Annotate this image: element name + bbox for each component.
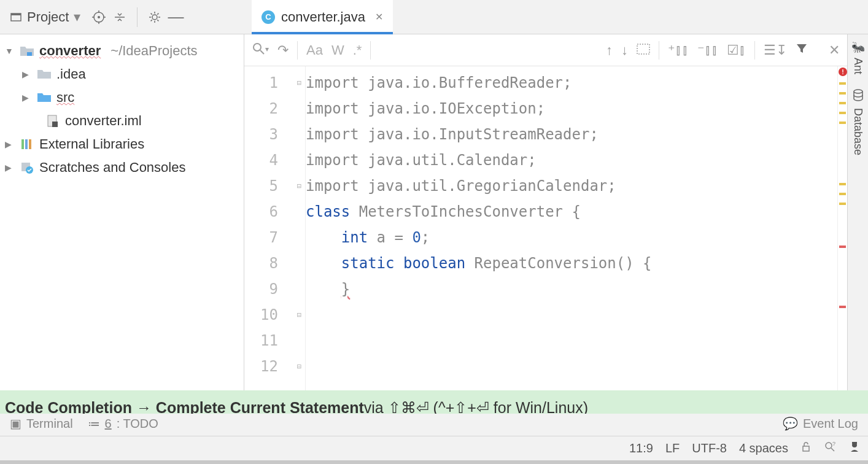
project-icon (10, 11, 22, 23)
select-all-icon[interactable] (637, 42, 650, 58)
tree-item-src[interactable]: ▶ src (2, 86, 241, 109)
status-bar: 11:9 LF UTF-8 4 spaces ? (0, 436, 868, 460)
project-tree[interactable]: ▼ converter ~/IdeaProjects ▶ .idea ▶ src… (0, 34, 244, 390)
close-search-icon[interactable]: ✕ (829, 42, 840, 58)
expand-arrow-icon[interactable]: ▶ (5, 163, 15, 172)
close-icon[interactable]: ✕ (375, 11, 383, 23)
svg-line-17 (158, 13, 159, 14)
fold-icon[interactable]: ⊟ (297, 70, 301, 96)
warning-marker[interactable] (839, 112, 846, 114)
line-number[interactable]: 7 (244, 225, 305, 250)
gear-icon[interactable] (147, 10, 162, 25)
line-separator[interactable]: LF (665, 441, 680, 455)
svg-rect-21 (21, 139, 24, 149)
code-line: } (306, 276, 837, 302)
line-number[interactable]: 5⊟ (244, 173, 305, 199)
fold-icon[interactable]: ⊟ (297, 173, 301, 199)
locate-icon[interactable] (91, 10, 106, 25)
words-toggle[interactable]: W (331, 42, 344, 58)
line-number[interactable]: 10⊟ (244, 302, 305, 328)
database-tool[interactable]: Database (851, 89, 864, 155)
up-arrow-icon[interactable]: ↑ (606, 42, 613, 58)
error-marker[interactable] (839, 246, 846, 248)
minimize-icon[interactable]: — (168, 10, 183, 25)
remove-selection-icon[interactable]: ⁻⫿⫿ (697, 42, 718, 58)
warning-marker[interactable] (839, 102, 846, 104)
editor-toolbar: ▾ ↷ Aa W .* ↑ ↓ ⁺⫿⫿ ⁻⫿⫿ ☑⫿ ☰↧ (244, 34, 847, 66)
event-log-tool[interactable]: 💬 Event Log (783, 416, 858, 431)
warning-marker[interactable] (839, 183, 846, 185)
regex-toggle[interactable]: .* (353, 42, 362, 58)
warning-marker[interactable] (839, 82, 846, 85)
right-tool-sidebar: 🐜 Ant Database (847, 34, 868, 390)
line-number[interactable]: 4 (244, 147, 305, 173)
search-icon[interactable]: ▾ (252, 42, 269, 59)
line-number[interactable]: 9 (244, 276, 305, 302)
match-case-toggle[interactable]: Aa (306, 42, 323, 58)
source-folder-icon (37, 91, 52, 104)
tab-converter-java[interactable]: C converter.java ✕ (252, 0, 393, 34)
warning-marker[interactable] (839, 203, 846, 205)
down-arrow-icon[interactable]: ↓ (621, 42, 628, 58)
error-marker[interactable] (839, 306, 846, 308)
dropdown-arrow-icon: ▾ (74, 9, 80, 25)
fold-icon[interactable]: ⊟ (297, 354, 301, 379)
tree-item-iml[interactable]: converter.iml (2, 109, 241, 133)
warning-marker[interactable] (839, 193, 846, 195)
svg-point-9 (152, 15, 157, 20)
project-name: converter (39, 43, 101, 59)
code-editor[interactable]: import java.io.BufferedReader; import ja… (306, 66, 837, 390)
expand-arrow-icon[interactable]: ▶ (22, 93, 32, 102)
gutter: 1⊟ 2 3 4 5⊟ 6 7 8 9 10⊟ 11 12⊟ (244, 66, 306, 390)
code-line: import java.io.BufferedReader; (306, 70, 837, 96)
tree-scratches[interactable]: ▶ Scratches and Consoles (2, 156, 241, 179)
project-label: Project (27, 9, 69, 25)
collapse-icon[interactable] (112, 10, 127, 25)
line-number[interactable]: 8 (244, 250, 305, 276)
warning-marker[interactable] (839, 92, 846, 95)
svg-line-27 (260, 50, 264, 54)
line-number[interactable]: 6 (244, 199, 305, 225)
indent-settings[interactable]: 4 spaces (739, 441, 788, 455)
svg-rect-30 (803, 446, 809, 451)
svg-line-16 (151, 20, 152, 21)
expand-arrow-icon[interactable]: ▼ (5, 46, 15, 56)
code-line: import java.io.IOException; (306, 96, 837, 122)
previous-occurrence-icon[interactable]: ↷ (277, 42, 289, 58)
filter-icon[interactable] (796, 42, 808, 58)
line-number[interactable]: 12⊟ (244, 354, 305, 379)
expand-arrow-icon[interactable]: ▶ (5, 139, 15, 149)
svg-rect-20 (52, 122, 58, 127)
svg-rect-35 (852, 442, 857, 444)
caret-position[interactable]: 11:9 (629, 441, 653, 455)
error-marker-icon[interactable]: ! (839, 68, 847, 76)
project-path: ~/IdeaProjects (110, 43, 197, 59)
event-log-icon: 💬 (783, 416, 798, 431)
code-line: int a = 0; (306, 225, 837, 250)
ant-tool[interactable]: 🐜 Ant (851, 41, 865, 74)
show-options-icon[interactable]: ☰↧ (764, 42, 787, 58)
tree-item-idea[interactable]: ▶ .idea (2, 63, 241, 86)
add-selection-icon[interactable]: ⁺⫿⫿ (668, 42, 689, 58)
line-number[interactable]: 2 (244, 96, 305, 122)
warning-marker[interactable] (839, 122, 846, 124)
fold-icon[interactable]: ⊟ (297, 302, 301, 328)
expand-arrow-icon[interactable]: ▶ (22, 69, 32, 79)
line-number[interactable]: 1⊟ (244, 70, 305, 96)
project-dropdown[interactable]: Project ▾ (5, 7, 85, 28)
select-all-occurrences-icon[interactable]: ☑⫿ (727, 42, 746, 58)
tree-root[interactable]: ▼ converter ~/IdeaProjects (2, 39, 241, 63)
line-number[interactable]: 3 (244, 122, 305, 147)
iml-file-icon (45, 115, 60, 127)
line-number[interactable]: 11 (244, 328, 305, 354)
svg-point-3 (98, 16, 100, 18)
inspection-icon[interactable]: ? (824, 441, 836, 456)
svg-rect-22 (25, 139, 28, 149)
lock-icon[interactable] (800, 441, 812, 455)
memory-indicator-icon[interactable] (848, 441, 861, 456)
todo-tool[interactable]: ≔ 6: TODO (88, 416, 158, 431)
terminal-tool[interactable]: ▣ Terminal (10, 416, 73, 431)
error-stripe[interactable]: ! (837, 66, 847, 390)
file-encoding[interactable]: UTF-8 (692, 441, 727, 455)
tree-external-libs[interactable]: ▶ External Libraries (2, 133, 241, 156)
